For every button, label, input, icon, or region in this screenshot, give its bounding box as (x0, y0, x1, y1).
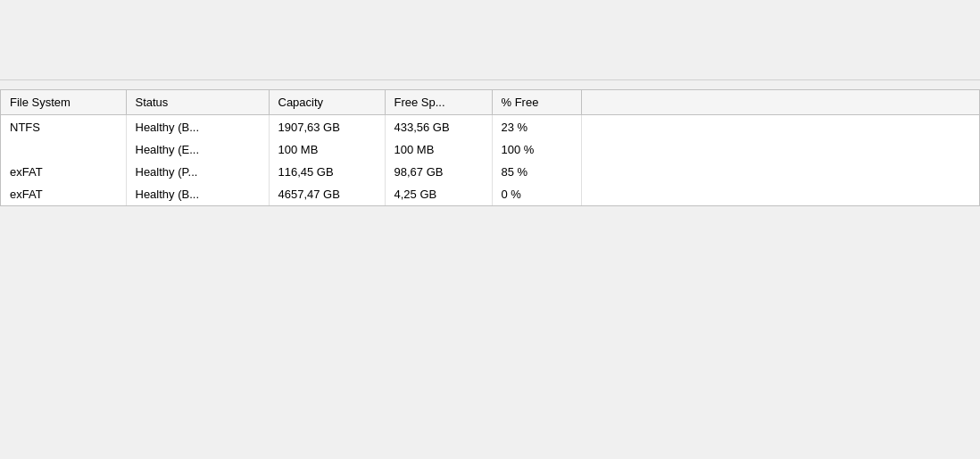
table-row[interactable]: NTFSHealthy (B...1907,63 GB433,56 GB23 % (1, 115, 979, 139)
col-header-capacity: Capacity (269, 90, 385, 115)
col-header-extra (581, 90, 979, 115)
cell-row3-col1: Healthy (B... (126, 183, 269, 205)
cell-row1-col5 (581, 138, 979, 161)
table-row[interactable]: exFATHealthy (P...116,45 GB98,67 GB85 % (1, 161, 979, 183)
cell-row3-col0: exFAT (1, 183, 126, 205)
cell-row2-col0: exFAT (1, 161, 126, 183)
cell-row0-col5 (581, 115, 979, 139)
col-header-filesystem: File System (1, 90, 126, 115)
cell-row1-col1: Healthy (E... (126, 138, 269, 161)
cell-row3-col5 (581, 183, 979, 205)
cell-row2-col3: 98,67 GB (385, 161, 492, 183)
disk-table: File System Status Capacity Free Sp... %… (1, 90, 979, 205)
cell-row0-col3: 433,56 GB (385, 115, 492, 139)
cell-row1-col2: 100 MB (269, 138, 385, 161)
table-header-row: File System Status Capacity Free Sp... %… (1, 90, 979, 115)
cell-row0-col1: Healthy (B... (126, 115, 269, 139)
cell-row1-col0 (1, 138, 126, 161)
cell-row2-col4: 85 % (492, 161, 581, 183)
col-header-freespace: Free Sp... (385, 90, 492, 115)
cell-row0-col2: 1907,63 GB (269, 115, 385, 139)
cell-row1-col4: 100 % (492, 138, 581, 161)
table-row[interactable]: Healthy (E...100 MB100 MB100 % (1, 138, 979, 161)
cell-row2-col2: 116,45 GB (269, 161, 385, 183)
cell-row2-col1: Healthy (P... (126, 161, 269, 183)
col-header-status: Status (126, 90, 269, 115)
cell-row0-col4: 23 % (492, 115, 581, 139)
cell-row3-col4: 0 % (492, 183, 581, 205)
col-header-percent: % Free (492, 90, 581, 115)
cell-row3-col2: 4657,47 GB (269, 183, 385, 205)
cell-row1-col3: 100 MB (385, 138, 492, 161)
cell-row3-col3: 4,25 GB (385, 183, 492, 205)
top-bar (0, 0, 980, 80)
disk-table-container: File System Status Capacity Free Sp... %… (0, 89, 980, 206)
cell-row2-col5 (581, 161, 979, 183)
cell-row0-col0: NTFS (1, 115, 126, 139)
table-row[interactable]: exFATHealthy (B...4657,47 GB4,25 GB0 % (1, 183, 979, 205)
